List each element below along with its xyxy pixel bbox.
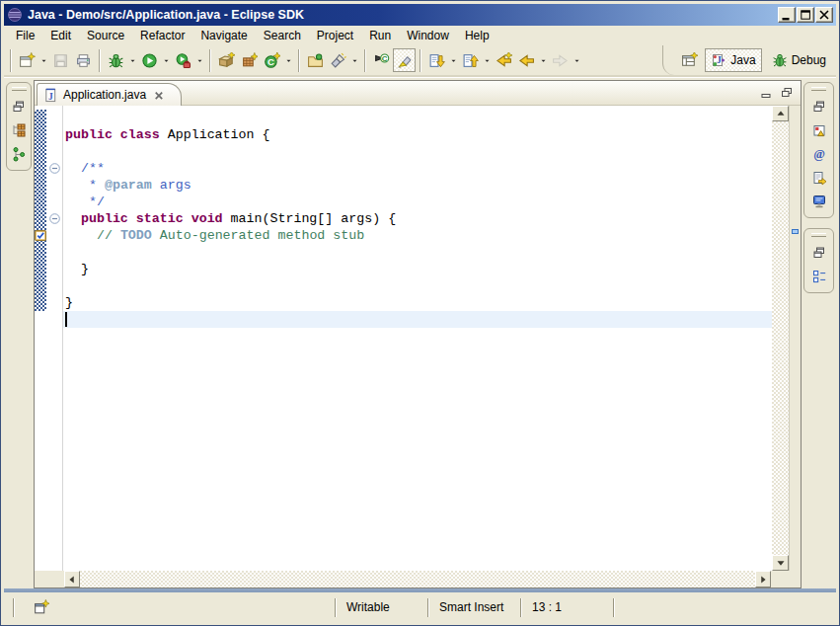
javadoc-view-icon[interactable]: @	[809, 145, 829, 162]
editor-tab-application-java[interactable]: J Application.java	[37, 83, 182, 106]
scroll-up-icon[interactable]	[772, 106, 789, 121]
code-line-9[interactable]	[63, 244, 772, 261]
external-tools-button[interactable]	[172, 48, 194, 72]
open-perspective-button[interactable]	[678, 48, 701, 72]
forward-button[interactable]	[549, 48, 572, 72]
new-wizard-button[interactable]	[16, 48, 38, 72]
menu-run[interactable]: Run	[361, 27, 399, 44]
fold-collapse-icon-line-7[interactable]	[49, 213, 60, 224]
save-button[interactable]	[49, 48, 72, 72]
new-class-dropdown-icon[interactable]	[283, 48, 294, 72]
menu-refactor[interactable]: Refactor	[132, 27, 192, 44]
previous-annotation-button[interactable]	[459, 48, 482, 72]
type-hierarchy-icon[interactable]	[9, 145, 29, 162]
folding-ruler[interactable]	[47, 106, 63, 571]
new-wizard-dropdown-icon[interactable]	[38, 48, 49, 72]
code-line-11[interactable]	[63, 277, 772, 294]
code-line-1[interactable]	[63, 110, 772, 126]
code-line-8[interactable]: // TODO Auto-generated method stub	[63, 227, 772, 244]
run-button[interactable]	[138, 48, 161, 72]
debug-perspective-icon	[772, 52, 788, 68]
mark-occurrences-button[interactable]	[393, 48, 416, 72]
restore-stack-icon[interactable]	[9, 98, 29, 115]
titlebar[interactable]: Java - Demo/src/Application.java - Eclip…	[4, 4, 836, 26]
declaration-view-icon[interactable]	[809, 169, 829, 186]
back-dropdown-icon[interactable]	[538, 48, 549, 72]
annotation-ruler[interactable]	[35, 106, 47, 571]
package-explorer-icon[interactable]	[9, 121, 29, 138]
code-line-3[interactable]	[63, 143, 772, 160]
forward-dropdown-icon[interactable]	[572, 48, 582, 72]
maximize-editor-icon[interactable]	[778, 85, 794, 99]
minimize-editor-icon[interactable]	[758, 85, 774, 99]
next-annotation-dropdown-icon[interactable]	[448, 48, 459, 72]
main-toolbar: CCJJavaDebug	[4, 45, 836, 78]
restore-stack-icon[interactable]	[809, 244, 829, 261]
java-file-icon: J	[43, 88, 58, 103]
statusbar: Writable Smart Insert 13 : 1	[4, 592, 836, 622]
menu-help[interactable]: Help	[457, 27, 497, 44]
debug-dropdown-icon[interactable]	[127, 48, 138, 72]
stack-grip[interactable]	[12, 87, 27, 91]
scroll-left-icon[interactable]	[64, 571, 80, 587]
search-button[interactable]	[327, 48, 349, 72]
code-segment-javadoc: /**	[81, 161, 105, 176]
outline-view-icon[interactable]	[809, 268, 829, 284]
restore-stack-icon[interactable]	[809, 98, 829, 115]
show-selected-element-button[interactable]: C	[370, 48, 393, 72]
new-package-button[interactable]	[238, 48, 261, 72]
horizontal-scrollbar[interactable]	[35, 571, 801, 587]
maximize-button[interactable]	[797, 7, 814, 23]
stack-grip[interactable]	[811, 87, 826, 91]
open-type-button[interactable]	[304, 48, 327, 72]
todo-task-marker-icon[interactable]	[35, 229, 46, 241]
code-line-10[interactable]: }	[63, 261, 772, 277]
code-line-4[interactable]: /**	[63, 160, 772, 177]
run-dropdown-icon[interactable]	[161, 48, 172, 72]
menu-window[interactable]: Window	[399, 27, 457, 44]
menu-edit[interactable]: Edit	[42, 27, 79, 44]
previous-annotation-dropdown-icon[interactable]	[482, 48, 493, 72]
code-line-5[interactable]: * @param args	[63, 177, 772, 194]
code-segment-javadoc: args	[152, 178, 191, 193]
menu-search[interactable]: Search	[256, 27, 309, 44]
scroll-down-icon[interactable]	[772, 555, 789, 571]
menu-navigate[interactable]: Navigate	[192, 27, 255, 44]
fast-view-icon[interactable]	[30, 597, 51, 617]
java-perspective-button[interactable]: JJava	[705, 48, 761, 72]
console-view-icon[interactable]	[809, 193, 829, 209]
new-class-button[interactable]: C	[261, 48, 283, 72]
debug-perspective-button[interactable]: Debug	[766, 48, 832, 72]
problems-view-icon[interactable]	[809, 121, 829, 138]
code-line-13-current[interactable]	[63, 311, 772, 328]
overview-ruler[interactable]	[789, 106, 801, 571]
external-tools-dropdown-icon[interactable]	[194, 48, 205, 72]
minimize-button[interactable]	[778, 7, 796, 23]
code-line-12[interactable]: }	[63, 294, 772, 311]
menu-source[interactable]: Source	[79, 27, 132, 44]
last-edit-location-button[interactable]	[493, 48, 515, 72]
close-button[interactable]	[815, 7, 833, 23]
debug-button[interactable]	[105, 48, 127, 72]
menu-project[interactable]: Project	[309, 27, 361, 44]
code-line-6[interactable]: */	[63, 194, 772, 210]
search-dropdown-icon[interactable]	[349, 48, 360, 72]
code-line-2[interactable]: public class Application {	[63, 126, 772, 143]
next-annotation-button[interactable]	[425, 48, 448, 72]
menu-file[interactable]: File	[8, 27, 42, 44]
new-java-project-button[interactable]	[215, 48, 238, 72]
statusbar-separator	[520, 598, 522, 617]
right-trim-bar: @	[802, 80, 836, 588]
stack-grip[interactable]	[811, 233, 826, 237]
vertical-scroll-track[interactable]	[772, 121, 789, 555]
scroll-right-icon[interactable]	[755, 571, 771, 587]
print-button[interactable]	[72, 48, 95, 72]
code-line-7[interactable]: public static void main(String[] args) {	[63, 210, 772, 227]
fold-collapse-icon-line-4[interactable]	[49, 163, 60, 174]
tab-close-icon[interactable]	[151, 88, 165, 102]
task-overview-marker[interactable]	[792, 229, 799, 234]
back-button[interactable]	[515, 48, 538, 72]
horizontal-scroll-track[interactable]	[80, 571, 755, 587]
code-editor[interactable]: public class Application { /** * @param …	[63, 106, 772, 571]
vertical-scrollbar[interactable]	[772, 106, 789, 571]
